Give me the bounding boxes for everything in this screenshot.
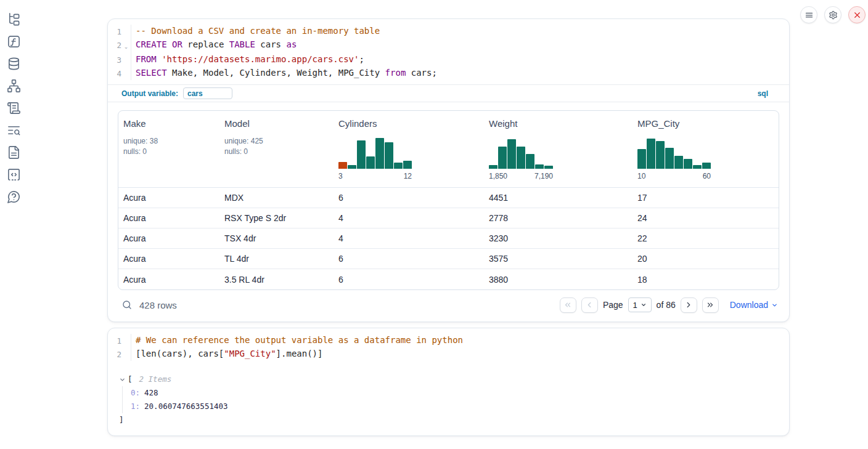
- tree-entry-key: 0:: [131, 388, 140, 397]
- tree-entry: 1:20.060747663551403: [131, 400, 789, 413]
- download-label: Download: [730, 300, 768, 310]
- cell-model: RSX Type S 2dr: [219, 213, 334, 223]
- cell-cylinders: 6: [334, 193, 484, 203]
- code-line[interactable]: FROM 'https://datasets.marimo.app/cars.c…: [131, 53, 364, 67]
- list-search-icon[interactable]: [7, 123, 21, 137]
- line-number: 2: [108, 38, 121, 53]
- table-footer: 428 rows Page 1 of 86: [118, 296, 779, 314]
- code-line[interactable]: SELECT Make, Model, Cylinders, Weight, M…: [131, 67, 437, 80]
- code-line[interactable]: [len(cars), cars["MPG_City"].mean()]: [131, 347, 322, 361]
- tree-entry-value: 428: [144, 388, 158, 397]
- row-count: 428 rows: [139, 300, 177, 310]
- line-number: 1: [108, 334, 121, 347]
- pagination: Page 1 of 86 Download: [560, 297, 778, 313]
- code-line[interactable]: CREATE OR replace TABLE cars as: [131, 38, 297, 53]
- page-select-value: 1: [633, 301, 637, 310]
- page-label: Page: [603, 300, 623, 310]
- cell-mpg-city: 18: [633, 275, 779, 285]
- code-line[interactable]: -- Download a CSV and create an in-memor…: [131, 25, 380, 38]
- fold-chevron-icon[interactable]: ⌄: [121, 38, 131, 53]
- scroll-icon[interactable]: [7, 101, 21, 115]
- output-variable-input[interactable]: [183, 87, 232, 99]
- cell-weight: 3575: [484, 254, 633, 264]
- cell-model: 3.5 RL 4dr: [219, 275, 334, 285]
- column-header-mpg-city[interactable]: MPG_City: [637, 118, 779, 131]
- chevron-right-icon: [684, 301, 693, 309]
- data-table: Make unique: 38 nulls: 0 Model unique: 4…: [118, 110, 779, 290]
- output-variable-label: Output variable:: [121, 89, 178, 98]
- close-bracket: ]: [119, 413, 789, 427]
- last-page-button[interactable]: [702, 297, 719, 313]
- collapse-chevron-icon[interactable]: [119, 376, 126, 383]
- histogram-min-label: 10: [637, 172, 645, 180]
- table-row: Acura TL 4dr 6 3575 20: [118, 249, 779, 269]
- table-row: Acura MDX 6 4451 17: [118, 188, 779, 208]
- cell-make: Acura: [118, 275, 219, 285]
- download-button[interactable]: Download: [730, 300, 778, 310]
- database-icon[interactable]: [7, 57, 21, 71]
- close-icon: [853, 10, 862, 20]
- cell-model: TSX 4dr: [219, 233, 334, 243]
- sql-output-area: Make unique: 38 nulls: 0 Model unique: 4…: [108, 102, 789, 322]
- language-badge: sql: [758, 89, 768, 98]
- column-stat-nulls: nulls: 0: [224, 147, 334, 157]
- chevrons-right-icon: [706, 301, 714, 309]
- column-stat-unique: unique: 38: [123, 136, 219, 147]
- cell-model: MDX: [219, 193, 334, 203]
- line-number: 3: [108, 53, 121, 67]
- cell-weight: 3880: [484, 275, 633, 285]
- settings-button[interactable]: [824, 6, 841, 23]
- column-header-make[interactable]: Make: [123, 118, 219, 131]
- cell-weight: 2778: [484, 213, 633, 223]
- file-tree-icon[interactable]: [7, 12, 21, 26]
- python-code-editor[interactable]: 1 # We can reference the output variable…: [108, 328, 789, 365]
- hamburger-menu-icon: [805, 10, 814, 20]
- chevrons-left-icon: [563, 301, 572, 309]
- cylinders-histogram: [338, 137, 412, 169]
- cell-cylinders: 6: [334, 275, 484, 285]
- function-icon[interactable]: [7, 34, 21, 49]
- tree-entry: 0:428: [131, 386, 789, 400]
- sql-cell: 1 -- Download a CSV and create an in-mem…: [107, 18, 790, 322]
- page-select[interactable]: 1: [628, 297, 652, 312]
- cell-model: TL 4dr: [219, 254, 334, 264]
- chevron-left-icon: [585, 301, 594, 309]
- dependency-graph-icon[interactable]: [7, 79, 21, 93]
- menu-button[interactable]: [800, 6, 817, 23]
- code-line[interactable]: # We can reference the output variable a…: [131, 334, 463, 347]
- histogram-max-label: 60: [703, 172, 711, 180]
- python-output-tree: [ 2 Items 0:428 1:20.060747663551403 ]: [108, 365, 789, 435]
- tree-entry-value: 20.060747663551403: [144, 402, 227, 411]
- next-page-button[interactable]: [681, 297, 697, 313]
- cell-weight: 4451: [484, 193, 633, 203]
- column-header-weight[interactable]: Weight: [489, 118, 633, 131]
- prev-page-button[interactable]: [581, 297, 598, 313]
- column-header-model[interactable]: Model: [224, 118, 334, 131]
- panel-sidebar: [0, 0, 27, 449]
- cell-make: Acura: [118, 193, 219, 203]
- chevron-down-icon: [771, 302, 778, 309]
- items-count-label: 2 Items: [139, 373, 172, 386]
- table-row: Acura 3.5 RL 4dr 6 3880 18: [118, 269, 779, 289]
- notebook-actions: [800, 6, 866, 23]
- gear-icon: [829, 10, 838, 20]
- cell-mpg-city: 17: [633, 193, 779, 203]
- code-snippets-icon[interactable]: [7, 168, 21, 182]
- column-header-cylinders[interactable]: Cylinders: [338, 118, 484, 131]
- search-icon[interactable]: [121, 299, 133, 310]
- help-icon[interactable]: [7, 190, 21, 204]
- cell-weight: 3230: [484, 233, 633, 243]
- output-variable-bar: Output variable: sql: [108, 84, 789, 102]
- chevron-down-icon: [641, 302, 647, 308]
- close-button[interactable]: [848, 6, 866, 23]
- column-stat-nulls: nulls: 0: [123, 147, 219, 157]
- first-page-button[interactable]: [560, 297, 576, 313]
- table-row: Acura RSX Type S 2dr 4 2778 24: [118, 208, 779, 229]
- sql-code-editor[interactable]: 1 -- Download a CSV and create an in-mem…: [108, 19, 789, 84]
- document-icon[interactable]: [7, 145, 21, 160]
- table-row: Acura TSX 4dr 4 3230 22: [118, 229, 779, 249]
- cell-mpg-city: 20: [633, 254, 779, 264]
- python-cell: 1 # We can reference the output variable…: [107, 328, 790, 436]
- cell-cylinders: 6: [334, 254, 484, 264]
- line-number: 1: [108, 25, 121, 38]
